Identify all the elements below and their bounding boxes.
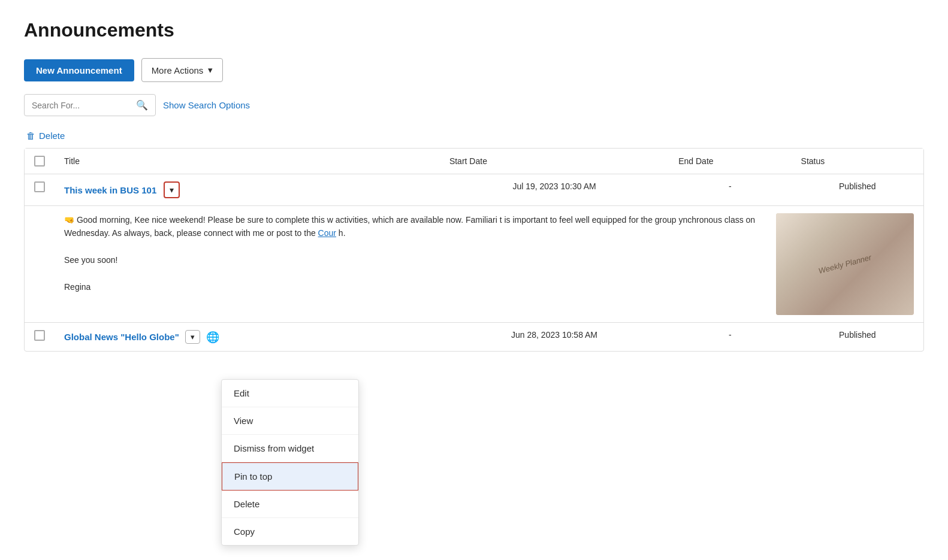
row1-title-cell: This week in BUS 101 ▾	[55, 174, 440, 206]
context-menu-view[interactable]: View	[222, 407, 358, 435]
globe-icon: 🌐	[206, 331, 219, 344]
table-row: This week in BUS 101 ▾ Jul 19, 2023 10:3…	[25, 174, 923, 206]
announcements-table-container: Title Start Date End Date Status This we…	[24, 148, 924, 352]
new-announcement-button[interactable]: New Announcement	[24, 59, 134, 81]
row1-preview-image	[776, 213, 914, 315]
bulk-delete-button[interactable]: 🗑 Delete	[26, 131, 65, 141]
row1-checkbox-cell	[25, 174, 55, 206]
end-date-column-header: End Date	[669, 149, 791, 174]
announcements-table: Title Start Date End Date Status This we…	[25, 149, 923, 351]
trash-icon: 🗑	[26, 131, 35, 141]
show-search-options-link[interactable]: Show Search Options	[163, 100, 250, 110]
delete-label: Delete	[39, 131, 65, 141]
context-menu-dismiss[interactable]: Dismiss from widget	[222, 435, 358, 462]
row2-start-date: Jun 28, 2023 10:58 AM	[440, 323, 669, 352]
row2-title-link[interactable]: Global News "Hello Globe"	[64, 332, 179, 342]
title-column-header: Title	[55, 149, 440, 174]
page-title: Announcements	[24, 19, 924, 41]
status-column-header: Status	[792, 149, 923, 174]
context-menu-pin[interactable]: Pin to top	[222, 462, 358, 491]
start-date-column-header: Start Date	[440, 149, 669, 174]
chevron-down-icon: ▾	[208, 65, 213, 75]
context-menu-delete[interactable]: Delete	[222, 491, 358, 518]
more-actions-label: More Actions	[152, 65, 204, 75]
search-input-wrap: 🔍	[24, 94, 156, 116]
row1-end-date: -	[669, 174, 791, 206]
table-header-row: Title Start Date End Date Status	[25, 149, 923, 174]
row1-preview-row: 🤜 Good morning, Keep nice weekend! Pleas…	[25, 206, 923, 323]
row1-status: Published	[792, 174, 923, 206]
toolbar: New Announcement More Actions ▾	[24, 58, 924, 82]
page-container: Announcements New Announcement More Acti…	[0, 0, 948, 560]
search-icon: 🔍	[136, 99, 148, 111]
row2-end-date: -	[669, 323, 791, 352]
bulk-actions: 🗑 Delete	[24, 131, 924, 141]
row1-dropdown-button[interactable]: ▾	[164, 181, 180, 198]
row2-checkbox[interactable]	[34, 330, 45, 341]
search-bar: 🔍 Show Search Options	[24, 94, 924, 116]
row1-preview-content-cell: 🤜 Good morning, Keep nice weekend! Pleas…	[55, 206, 923, 323]
row2-status: Published	[792, 323, 923, 352]
row2-dropdown-button[interactable]: ▾	[185, 330, 200, 344]
context-menu-copy[interactable]: Copy	[222, 518, 358, 545]
search-input[interactable]	[32, 101, 131, 110]
row1-preview-text: 🤜 Good morning, Keep nice weekend! Pleas…	[64, 213, 764, 315]
row2-title-cell: Global News "Hello Globe" ▾ 🌐	[55, 323, 440, 352]
table-row: Global News "Hello Globe" ▾ 🌐 Jun 28, 20…	[25, 323, 923, 352]
context-menu: Edit View Dismiss from widget Pin to top…	[221, 379, 359, 546]
select-all-header	[25, 149, 55, 174]
more-actions-button[interactable]: More Actions ▾	[141, 58, 224, 82]
row1-start-date: Jul 19, 2023 10:30 AM	[440, 174, 669, 206]
row1-checkbox[interactable]	[34, 181, 45, 192]
context-menu-edit[interactable]: Edit	[222, 380, 358, 407]
row1-title-link[interactable]: This week in BUS 101	[64, 185, 156, 195]
row2-checkbox-cell	[25, 323, 55, 352]
row1-preview-checkbox-cell	[25, 206, 55, 323]
course-link[interactable]: Cour	[318, 228, 336, 238]
select-all-checkbox[interactable]	[34, 156, 45, 167]
